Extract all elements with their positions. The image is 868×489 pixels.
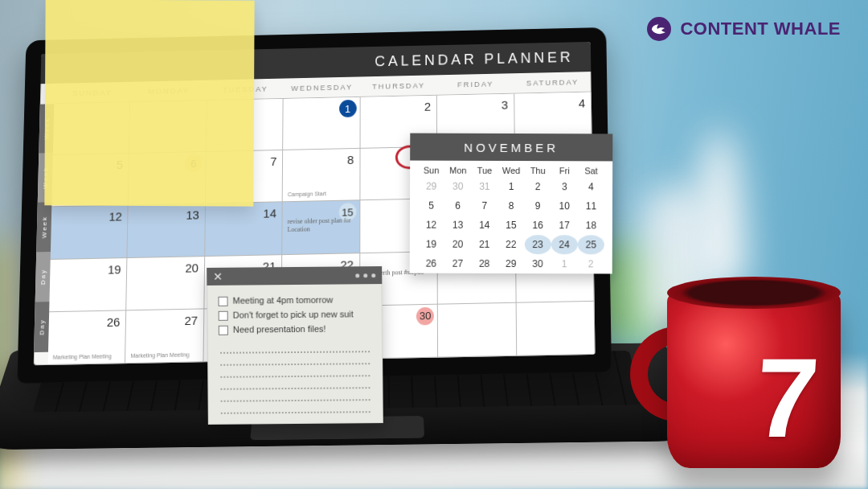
planner-day-header: FRIDAY <box>437 73 514 96</box>
mini-calendar-day-headers: SunMonTueWedThuFriSat <box>410 161 612 178</box>
mini-calendar-day[interactable]: 30 <box>524 254 551 273</box>
checklist-items[interactable]: Meeting at 4pm tomorrowDon't forget to p… <box>218 292 371 337</box>
mini-day-header: Fri <box>551 166 578 175</box>
sticky-note[interactable] <box>44 0 254 207</box>
planner-cell[interactable]: 8Campaign Start <box>283 149 360 203</box>
planner-cell-note: Marketing Plan Meeting <box>130 351 199 360</box>
planner-date-number: 26 <box>107 314 121 328</box>
planner-date-number: 13 <box>186 208 199 222</box>
background-cone <box>691 129 747 290</box>
planner-date-number: 27 <box>184 313 198 327</box>
mini-calendar-day[interactable]: 8 <box>497 196 524 216</box>
coffee-mug: 7 <box>667 277 841 468</box>
mini-calendar-day[interactable]: 26 <box>418 254 444 273</box>
mini-calendar-day[interactable]: 16 <box>524 216 551 235</box>
date-marker-icon: 30 <box>416 307 434 326</box>
planner-date-number: 12 <box>108 210 122 224</box>
planner-side-tab[interactable]: Day <box>35 252 51 302</box>
mini-calendar-month: NOVEMBER <box>410 134 612 162</box>
planner-side-tab[interactable]: Week <box>36 202 51 252</box>
mini-calendar-day[interactable]: 9 <box>525 196 551 216</box>
mini-calendar-day[interactable]: 3 <box>551 177 578 196</box>
planner-day-header: WEDNESDAY <box>284 76 361 99</box>
mini-day-header: Wed <box>498 166 525 175</box>
planner-cell[interactable]: 27Marketing Plan Meeting <box>125 309 204 364</box>
brand-text: CONTENT WHALE <box>680 18 841 39</box>
mini-calendar-popup[interactable]: NOVEMBER SunMonTueWedThuFriSat 293031123… <box>410 134 613 274</box>
mini-calendar-day[interactable]: 24 <box>551 235 577 254</box>
mini-calendar-day[interactable]: 11 <box>578 196 604 216</box>
date-marker-icon: 1 <box>339 100 357 117</box>
planner-date-number: 3 <box>502 98 508 112</box>
checklist-window[interactable]: ✕ Meeting at 4pm tomorrowDon't forget to… <box>207 266 383 425</box>
planner-cell-note: Marketing Plan Meeting <box>53 353 122 361</box>
mini-calendar-day[interactable]: 5 <box>418 196 444 216</box>
mini-day-header: Tue <box>471 166 497 175</box>
mini-calendar-day[interactable]: 30 <box>444 177 471 196</box>
mini-calendar-day[interactable]: 12 <box>418 216 444 235</box>
mini-calendar-day[interactable]: 29 <box>497 254 524 273</box>
window-dots-icon <box>355 273 375 277</box>
checklist-blank-lines <box>220 340 371 414</box>
mini-calendar-day[interactable]: 6 <box>444 196 471 216</box>
brand-text-left: CONTENT <box>680 18 768 39</box>
planner-date-number: 7 <box>270 154 276 168</box>
mini-calendar-day[interactable]: 28 <box>471 254 497 273</box>
planner-date-number: 8 <box>347 153 354 166</box>
checklist-titlebar[interactable]: ✕ <box>207 266 382 286</box>
checklist-item[interactable]: Need presentation files! <box>219 321 371 337</box>
brand-logo: CONTENT WHALE <box>646 16 841 42</box>
planner-cell[interactable] <box>516 302 595 356</box>
mini-calendar-day[interactable]: 15 <box>497 216 524 235</box>
mini-calendar-row: 262728293012 <box>410 254 612 274</box>
mini-calendar-day[interactable]: 1 <box>551 254 577 273</box>
planner-cell[interactable]: 12 <box>51 206 129 260</box>
planner-cell[interactable]: 1 <box>283 97 360 150</box>
mini-calendar-day[interactable]: 18 <box>578 216 604 235</box>
mini-calendar-row: 19202122232425 <box>410 235 612 255</box>
mini-calendar-day[interactable]: 25 <box>578 235 604 254</box>
planner-handwriting: revise older post plan for Location <box>288 217 355 233</box>
planner-cell[interactable] <box>438 303 517 358</box>
mini-calendar-day[interactable]: 14 <box>471 216 497 235</box>
planner-cell[interactable]: 13 <box>128 204 206 258</box>
mini-calendar-day[interactable]: 19 <box>418 235 444 254</box>
brand-text-right: WHALE <box>774 18 841 39</box>
mini-calendar-grid[interactable]: 2930311234567891011121314151617181920212… <box>410 177 612 274</box>
planner-cell[interactable]: 20 <box>127 257 205 310</box>
mini-calendar-day[interactable]: 4 <box>578 177 604 196</box>
mini-calendar-day[interactable]: 2 <box>578 254 604 273</box>
planner-date-number: 2 <box>424 100 431 113</box>
planner-date-number: 4 <box>579 97 585 110</box>
mini-calendar-row: 12131415161718 <box>410 216 612 236</box>
mini-calendar-day[interactable]: 22 <box>497 235 524 254</box>
planner-side-tab[interactable]: Day <box>34 302 49 352</box>
mini-calendar-day[interactable]: 17 <box>551 216 578 235</box>
mini-calendar-day[interactable]: 10 <box>551 196 578 216</box>
mini-calendar-day[interactable]: 20 <box>444 235 471 254</box>
mini-calendar-day[interactable]: 27 <box>444 254 471 273</box>
close-icon[interactable]: ✕ <box>213 271 223 282</box>
mini-calendar-day[interactable]: 1 <box>497 177 524 196</box>
mini-day-header: Sun <box>418 166 444 175</box>
planner-day-header: SATURDAY <box>514 72 592 94</box>
planner-date-number: 20 <box>185 261 199 274</box>
mini-calendar-day[interactable]: 13 <box>444 216 471 235</box>
planner-cell[interactable]: 14 <box>205 203 283 257</box>
mini-calendar-day[interactable]: 7 <box>471 196 497 216</box>
mini-calendar-day[interactable]: 29 <box>418 177 444 196</box>
planner-cell[interactable]: 15revise older post plan for Location <box>282 201 360 255</box>
checklist-item[interactable]: Meeting at 4pm tomorrow <box>218 292 371 308</box>
mini-calendar-day[interactable]: 21 <box>471 235 497 254</box>
mini-calendar-row: 567891011 <box>410 196 612 216</box>
mini-calendar-day[interactable]: 31 <box>471 177 497 196</box>
planner-date-number: 19 <box>108 262 121 276</box>
planner-date-number: 14 <box>263 207 276 220</box>
mini-day-header: Sat <box>578 166 604 175</box>
planner-cell[interactable]: 19 <box>49 258 128 312</box>
mini-calendar-day[interactable]: 23 <box>524 235 551 254</box>
whale-icon <box>646 16 672 42</box>
checklist-item[interactable]: Don't forget to pick up new suit <box>219 306 371 323</box>
mini-calendar-day[interactable]: 2 <box>525 177 551 196</box>
planner-cell[interactable]: 26Marketing Plan Meeting <box>48 310 127 365</box>
